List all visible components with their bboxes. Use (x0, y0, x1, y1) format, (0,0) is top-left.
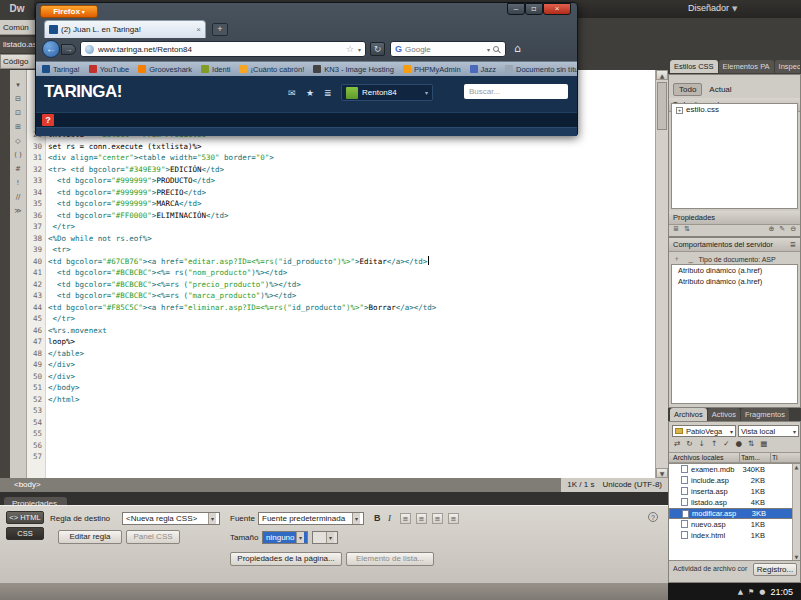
bookmark-item[interactable]: PHPMyAdmin (403, 65, 461, 74)
get-files-icon[interactable]: ↓ (699, 439, 705, 448)
document-tab[interactable]: listado.as (0, 37, 36, 53)
code-line[interactable]: <td bgcolor="#BCBCBC"><%=rs ("precio_pro… (48, 279, 655, 291)
scroll-down-icon[interactable]: ▼ (793, 554, 800, 560)
code-line[interactable]: </table> (48, 348, 655, 360)
code-line[interactable]: </tr> (48, 221, 655, 233)
size-unit-select[interactable]: ▾ (312, 531, 338, 544)
code-line[interactable]: </div> (48, 371, 655, 383)
bold-button[interactable]: B (374, 513, 381, 523)
new-tab-button[interactable]: + (212, 23, 228, 36)
taringa-logo[interactable]: TARINGA! (44, 82, 122, 102)
code-line[interactable]: <td bgcolor="#BCBCBC"><%=rs ("marca_prod… (48, 290, 655, 302)
back-button[interactable]: ← (42, 40, 60, 58)
line-numbers-icon[interactable]: # (10, 165, 26, 173)
file-row[interactable]: include.asp2KB (669, 475, 800, 486)
column-size[interactable]: Tam... (741, 453, 760, 463)
code-line[interactable]: </body> (48, 382, 655, 394)
bookmark-item[interactable]: Jazz (470, 65, 496, 74)
font-select[interactable]: Fuente predeterminada▾ (258, 512, 364, 525)
indent-code-icon[interactable]: ≫ (10, 207, 26, 215)
code-line[interactable]: <div align="center"><table width="530" b… (48, 152, 655, 164)
url-bar[interactable]: www.taringa.net/Renton84 ☆ ▾ (80, 41, 366, 57)
balance-braces-icon[interactable]: ( ) (10, 151, 26, 159)
server-behavior-item[interactable]: Atributo dinámico (a.href) (672, 265, 797, 276)
taringa-search-input[interactable]: Buscar... (464, 84, 568, 99)
column-name[interactable]: Archivos locales (673, 453, 724, 463)
code-line[interactable]: <td bgcolor="#999999">PRECIO</td> (48, 187, 655, 199)
bookmark-item[interactable]: Identi (201, 65, 230, 74)
html-mode-button[interactable]: <> HTML (6, 511, 44, 524)
code-scrollbar[interactable]: ▲ ▼ (655, 70, 668, 478)
file-row[interactable]: nuevo.asp1KB (669, 519, 800, 530)
panel-tab[interactable]: Inspector de (775, 60, 800, 73)
highlight-invalid-code-icon[interactable]: ! (10, 179, 26, 187)
files-list[interactable]: examen.mdb340KBinclude.asp2KBinserta.asp… (669, 464, 800, 541)
tray-expand-icon[interactable]: ▲ (738, 588, 743, 596)
search-icon[interactable] (493, 46, 499, 52)
files-scrollbar[interactable]: ▲▼ (792, 464, 800, 560)
check-in-icon[interactable]: ● (735, 439, 742, 448)
reload-button[interactable]: ↻ (370, 42, 385, 56)
attach-stylesheet-icon[interactable]: ⊕ (768, 225, 774, 233)
code-line[interactable]: <td bgcolor="#67CB76"><a href="editar.as… (48, 256, 655, 268)
firefox-menu-button[interactable]: Firefox▾ (40, 5, 98, 18)
show-category-view-icon[interactable]: ≣ (673, 225, 679, 233)
size-select[interactable]: ninguno▾ (262, 531, 308, 544)
close-button[interactable]: × (543, 3, 571, 15)
help-badge[interactable]: ? (42, 114, 54, 126)
code-line[interactable]: </div> (48, 359, 655, 371)
code-line[interactable]: <td bgcolor="#999999">PRODUCTO</td> (48, 175, 655, 187)
show-list-view-icon[interactable]: ⇅ (684, 225, 690, 233)
url-text[interactable]: www.taringa.net/Renton84 (98, 45, 342, 54)
edit-rule-button[interactable]: Editar regla (58, 530, 122, 544)
tray-status-icon[interactable]: ● (759, 588, 765, 596)
css-rules-list[interactable]: +estilo.css (671, 103, 798, 209)
panel-tab[interactable]: Estilos CSS (670, 60, 718, 73)
put-files-icon[interactable]: ↑ (711, 439, 717, 448)
align-center-icon[interactable]: ≡ (416, 513, 427, 524)
messages-icon[interactable]: ✉ (288, 88, 296, 98)
bookmark-item[interactable]: YouTube (89, 65, 129, 74)
files-column-headers[interactable]: Archivos locales Tam... Ti (669, 452, 800, 463)
css-mode-actual[interactable]: Actual (704, 84, 736, 95)
expand-all-icon[interactable]: ⊞ (10, 123, 26, 131)
view-select[interactable]: Vista local▾ (738, 425, 799, 437)
code-line[interactable]: <tr> <td bgcolor="#349E39">EDICIÓN</td> (48, 164, 655, 176)
apply-comment-icon[interactable]: // (10, 193, 26, 201)
select-parent-tag-icon[interactable]: ◇ (10, 137, 26, 145)
home-button[interactable]: ⌂ (514, 42, 521, 55)
server-behaviors-header[interactable]: Comportamientos del servidor≣ (669, 238, 800, 252)
css-mode-todo[interactable]: Todo (673, 83, 702, 96)
delete-style-icon[interactable]: ⊖ (790, 225, 796, 233)
forward-button[interactable]: → (61, 44, 76, 55)
scrollbar-thumb[interactable] (657, 82, 667, 130)
browser-tab[interactable]: (2) Juan L. en Taringa! × (44, 20, 206, 38)
insert-category-dropdown[interactable]: Común (0, 20, 36, 35)
site-select[interactable]: PabloVega▾ (672, 425, 736, 437)
connect-icon[interactable]: ⇄ (674, 439, 680, 448)
css-panel-button[interactable]: Panel CSS (126, 530, 180, 544)
server-behavior-item[interactable]: Atributo dinámico (a.href) (672, 276, 797, 287)
tag-selector[interactable]: <body> (0, 480, 41, 489)
file-row[interactable]: examen.mdb340KB (669, 464, 800, 475)
check-out-icon[interactable]: ✓ (723, 439, 729, 448)
panel-tab[interactable]: Archivos (670, 408, 707, 421)
list-item-button[interactable]: Elemento de lista... (346, 552, 434, 566)
minimize-button[interactable]: – (507, 3, 525, 15)
url-dropdown-icon[interactable]: ▾ (358, 46, 361, 53)
file-row[interactable]: modificar.asp3KB (669, 508, 800, 519)
search-engine-dropdown-icon[interactable]: ▾ (487, 46, 490, 53)
edit-style-icon[interactable]: ✎ (779, 225, 785, 233)
bookmark-star-icon[interactable]: ☆ (346, 44, 354, 54)
help-icon[interactable]: ? (648, 512, 658, 522)
code-line[interactable]: <td bgcolor="#F85C5C"><a href="eliminar.… (48, 302, 655, 314)
scroll-up-icon[interactable]: ▲ (793, 464, 800, 470)
code-line[interactable]: <%Do while not rs.eof%> (48, 233, 655, 245)
firefox-titlebar[interactable]: Firefox▾ – ▫ × (36, 3, 577, 19)
search-bar[interactable]: G Google ▾ (390, 41, 506, 57)
panel-tab[interactable]: Elementos PA (719, 60, 774, 73)
code-line[interactable]: <td bgcolor="#FF0000">ELIMINACIÓN</td> (48, 210, 655, 222)
collapse-full-tag-icon[interactable]: ⊟ (10, 95, 26, 103)
align-justify-icon[interactable]: ≡ (448, 513, 459, 524)
menu-grid-icon[interactable]: ≣ (324, 88, 332, 98)
